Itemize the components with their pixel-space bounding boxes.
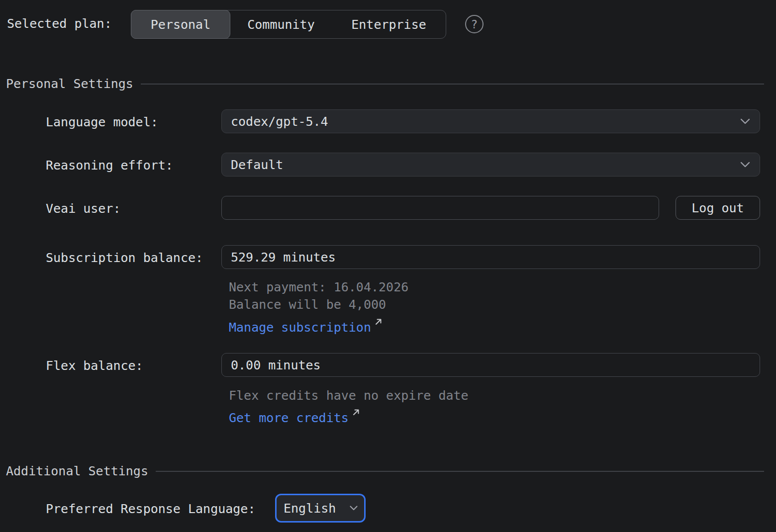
personal-settings-header: Personal Settings (6, 77, 764, 91)
chevron-down-icon (740, 118, 751, 125)
get-more-credits-label: Get more credits (229, 411, 349, 426)
section-divider (156, 471, 764, 472)
preferred-response-language-label: Preferred Response Language: (46, 502, 255, 517)
personal-settings-title: Personal Settings (6, 77, 133, 91)
language-model-dropdown[interactable]: codex/gpt-5.4 (221, 109, 760, 133)
veai-user-input[interactable] (221, 196, 659, 220)
flex-balance-field: 0.00 minutes (221, 353, 760, 377)
selected-plan-label: Selected plan: (7, 16, 112, 31)
external-link-icon (352, 408, 361, 417)
help-icon[interactable]: ? (465, 15, 484, 33)
plan-option-enterprise[interactable]: Enterprise (332, 10, 446, 38)
veai-user-label: Veai user: (46, 201, 121, 216)
reasoning-effort-dropdown[interactable]: Default (221, 153, 760, 177)
manage-subscription-link[interactable]: Manage subscription (229, 320, 383, 335)
subscription-balance-value: 529.29 minutes (231, 250, 336, 265)
preferred-response-language-dropdown[interactable]: English (275, 494, 366, 523)
logout-button[interactable]: Log out (676, 196, 760, 220)
plan-option-community[interactable]: Community (230, 10, 332, 38)
flex-balance-value: 0.00 minutes (231, 358, 321, 372)
flex-balance-label: Flex balance: (46, 358, 143, 373)
external-link-icon (374, 317, 383, 326)
reasoning-effort-value: Default (231, 158, 283, 172)
chevron-down-icon (740, 161, 751, 168)
plan-segmented-control: Personal Community Enterprise (131, 10, 446, 39)
reasoning-effort-label: Reasoning effort: (46, 158, 173, 173)
settings-page: { "colors": { "background": "#1a1b1d", "… (0, 0, 776, 532)
preferred-response-language-value: English (284, 501, 336, 516)
get-more-credits-link[interactable]: Get more credits (229, 411, 361, 426)
section-divider (141, 84, 764, 85)
chevron-down-icon (349, 505, 358, 511)
next-payment-text: Next payment: 16.04.2026 (229, 280, 408, 295)
subscription-balance-label: Subscription balance: (46, 251, 203, 266)
flex-credits-note: Flex credits have no expire date (229, 388, 469, 403)
balance-note-text: Balance will be 4,000 (229, 297, 386, 312)
manage-subscription-label: Manage subscription (229, 320, 371, 335)
plan-option-personal[interactable]: Personal (131, 10, 230, 39)
additional-settings-header: Additional Settings (6, 464, 764, 478)
additional-settings-title: Additional Settings (6, 464, 148, 478)
language-model-label: Language model: (46, 115, 158, 130)
subscription-balance-field: 529.29 minutes (221, 245, 760, 269)
language-model-value: codex/gpt-5.4 (231, 114, 328, 129)
